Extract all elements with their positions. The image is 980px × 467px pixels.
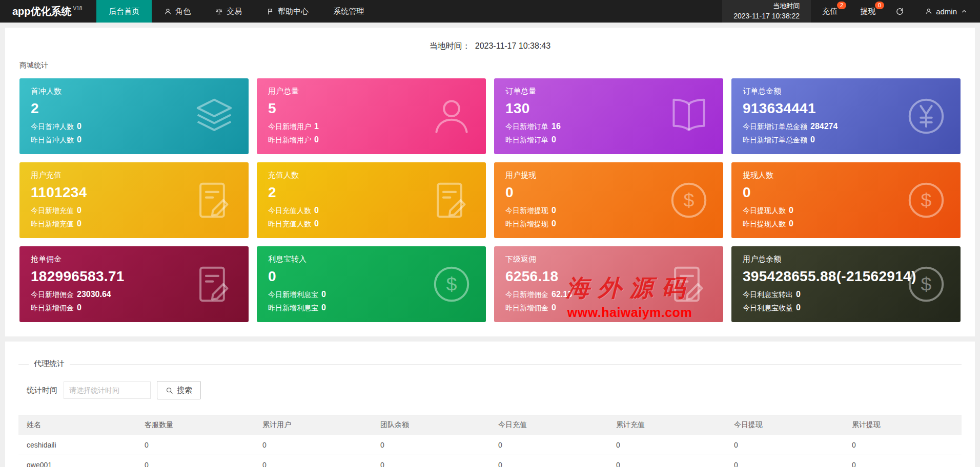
- stats-grid: 首冲人数2今日首冲人数0昨日首冲人数0用户总量5今日新增用户1昨日新增用户0订单…: [5, 70, 975, 322]
- user-icon: [430, 94, 474, 138]
- search-label: 搜索: [177, 386, 192, 395]
- page-time-label: 当地时间：: [430, 41, 471, 50]
- top-navbar: app优化系统V18 后台首页角色交易帮助中心系统管理 当地时间 2023-11…: [0, 0, 980, 23]
- agent-panel: 代理统计 统计时间 搜索 姓名客服数量累计用户团队余额今日充值累计充值今日提现累…: [5, 342, 975, 467]
- stat-card: 利息宝转入0今日新增利息宝0昨日新增利息宝0$: [257, 246, 486, 322]
- user-icon: [925, 8, 932, 15]
- section-title: 商城统计: [5, 57, 975, 70]
- nav-item-后台首页[interactable]: 后台首页: [96, 0, 152, 23]
- local-time-block: 当地时间 2023-11-17 10:38:22: [722, 0, 811, 23]
- search-button[interactable]: 搜索: [157, 381, 201, 399]
- table-cell: 0: [844, 455, 962, 467]
- page-local-time: 当地时间： 2023-11-17 10:38:43: [5, 28, 975, 57]
- chevron-up-icon: [961, 8, 968, 15]
- table-cell: 0: [136, 455, 254, 467]
- nav-item-label: 后台首页: [109, 7, 139, 16]
- stat-card: 提现人数0今日提现人数0昨日提现人数0$: [731, 162, 961, 238]
- stats-panel: 当地时间： 2023-11-17 10:38:43 商城统计 首冲人数2今日首冲…: [5, 28, 975, 336]
- page: app优化系统V18 后台首页角色交易帮助中心系统管理 当地时间 2023-11…: [0, 0, 980, 467]
- table-cell: 0: [608, 435, 726, 455]
- local-time-value: 2023-11-17 10:38:22: [733, 11, 800, 22]
- stat-card: 首冲人数2今日首冲人数0昨日首冲人数0: [19, 78, 249, 154]
- table-header-cell: 今日提现: [726, 415, 844, 435]
- withdraw-label: 提现: [860, 7, 875, 16]
- book-icon: [667, 94, 711, 138]
- stat-card: 用户总量5今日新增用户1昨日新增用户0: [257, 78, 486, 154]
- scale-icon: [215, 8, 223, 15]
- app-version: V18: [73, 6, 83, 11]
- svg-text:$: $: [446, 273, 457, 295]
- nav-right: 当地时间 2023-11-17 10:38:22 充值 2 提现 0 admin: [722, 0, 980, 23]
- nav-item-label: 角色: [175, 7, 191, 16]
- table-cell: 0: [844, 435, 962, 455]
- table-header-cell: 累计充值: [608, 415, 726, 435]
- flag-icon: [267, 8, 274, 15]
- yen-icon: [904, 94, 948, 138]
- table-cell: 0: [372, 455, 490, 467]
- agent-table: 姓名客服数量累计用户团队余额今日充值累计充值今日提现累计提现 ceshidail…: [18, 415, 962, 467]
- table-header-cell: 姓名: [18, 415, 136, 435]
- nav-item-角色[interactable]: 角色: [152, 0, 203, 23]
- recharge-badge: 2: [837, 2, 846, 9]
- stat-card: 用户提现0今日新增提现0昨日新增提现0$: [494, 162, 723, 238]
- agent-filter-form: 统计时间 搜索: [27, 381, 975, 399]
- refresh-button[interactable]: [887, 0, 913, 23]
- stat-card: 下级返佣6256.18今日新增佣金62.13昨日新增佣金0: [494, 246, 723, 322]
- svg-text:$: $: [921, 273, 932, 295]
- stat-card: 订单总量130今日新增订单16昨日新增订单0: [494, 78, 723, 154]
- nav-item-交易[interactable]: 交易: [203, 0, 254, 23]
- local-time-label: 当地时间: [773, 1, 800, 11]
- table-header-cell: 累计用户: [254, 415, 372, 435]
- stat-card: 用户总余额395428655.88(-21562914)今日利息宝转出0今日利息…: [731, 246, 961, 322]
- table-cell: 0: [490, 455, 608, 467]
- edit-icon: [430, 178, 474, 222]
- user-icon: [164, 8, 172, 15]
- withdraw-badge: 0: [875, 2, 884, 9]
- withdraw-button[interactable]: 提现 0: [849, 0, 887, 23]
- dollar-icon: $: [667, 178, 711, 222]
- stat-time-label: 统计时间: [27, 386, 57, 395]
- table-cell: ceshidaili: [18, 435, 136, 455]
- dollar-icon: $: [904, 262, 948, 306]
- nav-item-label: 交易: [227, 7, 242, 16]
- table-row: ceshidaili0000000: [18, 435, 962, 455]
- username: admin: [936, 7, 957, 16]
- user-menu[interactable]: admin: [913, 0, 980, 23]
- svg-text:$: $: [684, 189, 695, 211]
- stat-card: 用户充值1101234今日新增充值0昨日新增充值0: [19, 162, 249, 238]
- dollar-icon: $: [904, 178, 948, 222]
- stat-time-input[interactable]: [64, 381, 151, 399]
- table-body: ceshidaili0000000qwe0010000000: [18, 435, 962, 467]
- layers-icon: [192, 94, 236, 138]
- table-header-row: 姓名客服数量累计用户团队余额今日充值累计充值今日提现累计提现: [18, 415, 962, 435]
- agent-fieldset: 代理统计: [18, 364, 962, 365]
- search-icon: [166, 387, 173, 394]
- app-logo: app优化系统V18: [0, 0, 96, 23]
- table-header-cell: 今日充值: [490, 415, 608, 435]
- svg-text:$: $: [921, 189, 932, 211]
- edit-icon: [192, 178, 236, 222]
- nav-item-系统管理[interactable]: 系统管理: [321, 0, 376, 23]
- nav-item-label: 系统管理: [333, 7, 364, 16]
- stat-card: 订单总金额913634441今日新增订单总金额284274昨日新增订单总金额0: [731, 78, 961, 154]
- refresh-icon: [895, 7, 904, 16]
- recharge-button[interactable]: 充值 2: [811, 0, 849, 23]
- table-cell: 0: [136, 435, 254, 455]
- table-cell: qwe001: [18, 455, 136, 467]
- table-cell: 0: [608, 455, 726, 467]
- table-cell: 0: [254, 435, 372, 455]
- table-cell: 0: [372, 435, 490, 455]
- table-cell: 0: [254, 455, 372, 467]
- edit-icon: [192, 262, 236, 306]
- table-header-cell: 客服数量: [136, 415, 254, 435]
- table-cell: 0: [726, 455, 844, 467]
- table-row: qwe0010000000: [18, 455, 962, 467]
- table-header-cell: 团队余额: [372, 415, 490, 435]
- stat-card: 抢单佣金182996583.71今日新增佣金23030.64昨日新增佣金0: [19, 246, 249, 322]
- agent-legend: 代理统计: [29, 359, 70, 369]
- page-time-value: 2023-11-17 10:38:43: [475, 41, 550, 50]
- dollar-icon: $: [430, 262, 474, 306]
- nav-item-帮助中心[interactable]: 帮助中心: [254, 0, 321, 23]
- nav-item-label: 帮助中心: [278, 7, 309, 16]
- recharge-label: 充值: [822, 7, 838, 16]
